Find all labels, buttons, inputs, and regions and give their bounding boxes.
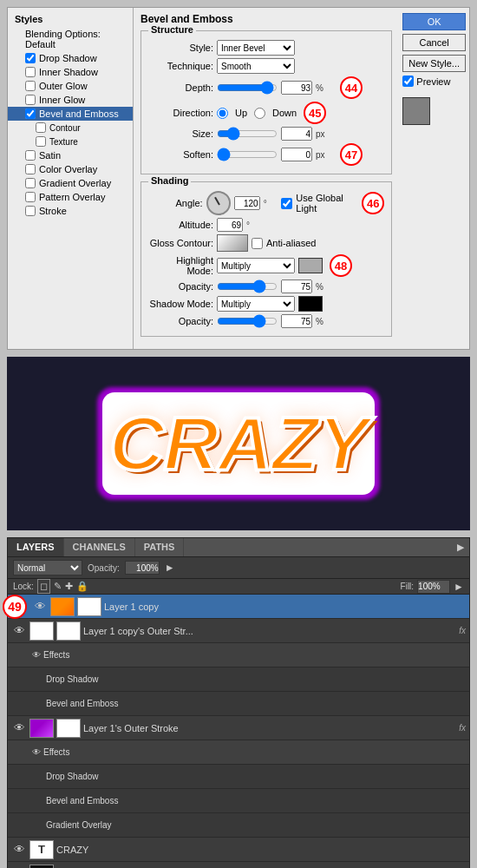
thumb-layer1copy: [50, 597, 75, 616]
soften-input[interactable]: [281, 148, 312, 161]
pattern-overlay-checkbox[interactable]: [25, 192, 36, 202]
shadow-opacity-unit: %: [316, 317, 333, 326]
contour-checkbox[interactable]: [36, 122, 46, 133]
direction-down-radio[interactable]: [254, 108, 265, 119]
anti-alias-checkbox[interactable]: [252, 238, 263, 249]
outer-glow-checkbox[interactable]: [25, 81, 36, 91]
outer-glow-item[interactable]: Outer Glow: [8, 79, 133, 93]
eye-outer-stroke-copy[interactable]: 👁: [11, 624, 27, 637]
preview-label: Preview: [416, 76, 450, 87]
shadow-opacity-input[interactable]: [281, 314, 312, 328]
thumb-outer-stroke-mask: [56, 719, 81, 738]
depth-input[interactable]: [281, 81, 312, 95]
eye-crazy[interactable]: 👁: [11, 843, 27, 856]
eye-layer1copy[interactable]: 👁: [32, 600, 48, 613]
tab-channels[interactable]: CHANNELS: [64, 538, 135, 556]
eye-outer-stroke[interactable]: 👁: [11, 721, 27, 734]
texture-checkbox[interactable]: [36, 136, 46, 147]
inner-shadow-item[interactable]: Inner Shadow: [8, 65, 133, 79]
size-slider[interactable]: [217, 129, 278, 138]
global-light-checkbox[interactable]: [281, 198, 292, 209]
effects-label-2: Effects: [43, 747, 466, 757]
inner-glow-item[interactable]: Inner Glow: [8, 93, 133, 107]
highlight-opacity-input[interactable]: [281, 279, 312, 293]
lock-label: Lock:: [13, 582, 34, 591]
gradient-overlay-item[interactable]: Gradient Overlay: [8, 176, 133, 190]
stroke-checkbox[interactable]: [25, 206, 36, 216]
tab-layers[interactable]: LAYERS: [8, 538, 64, 556]
layer-item-crazy[interactable]: 👁 T CRAZY: [8, 838, 469, 862]
depth-slider[interactable]: [217, 83, 278, 92]
satin-checkbox[interactable]: [25, 150, 36, 161]
shadow-mode-select[interactable]: Multiply: [217, 296, 295, 312]
opacity-arrow[interactable]: ►: [165, 562, 175, 574]
layer-item-outer-stroke[interactable]: 👁 Layer 1's Outer Stroke fx: [8, 716, 469, 740]
soften-slider[interactable]: [217, 150, 278, 159]
shadow-opacity-slider[interactable]: [217, 317, 278, 326]
layer-item-layer1copy[interactable]: 49 👁 Layer 1 copy: [8, 595, 469, 619]
size-input[interactable]: [281, 127, 312, 141]
drop-shadow-checkbox[interactable]: [25, 53, 36, 63]
cancel-button[interactable]: Cancel: [402, 34, 466, 51]
layer-item-outer-stroke-copy[interactable]: 👁 Layer 1 copy's Outer Str... fx: [8, 619, 469, 643]
layers-panel-options[interactable]: ▶: [452, 538, 469, 556]
styles-panel: Styles Blending Options: Default Drop Sh…: [8, 8, 134, 349]
shadow-color-swatch[interactable]: [298, 296, 323, 312]
satin-label: Satin: [39, 150, 61, 161]
drop-shadow-item[interactable]: Drop Shadow: [8, 51, 133, 65]
technique-select[interactable]: Smooth: [217, 58, 295, 74]
tab-paths[interactable]: PATHS: [135, 538, 185, 556]
effects-eye-2[interactable]: 👁: [32, 747, 41, 757]
shading-title: Shading: [148, 175, 191, 186]
fill-arrow[interactable]: ►: [454, 581, 464, 593]
lock-position-icon[interactable]: ✚: [65, 581, 73, 592]
opacity-input[interactable]: [125, 561, 160, 575]
altitude-label: Altitude:: [148, 220, 213, 230]
lock-transparent-icon[interactable]: ◻: [37, 579, 50, 594]
inner-glow-checkbox[interactable]: [25, 95, 36, 105]
contour-item[interactable]: Contour: [8, 121, 133, 135]
technique-row: Technique: Smooth: [148, 58, 384, 74]
bevel-emboss-item[interactable]: Bevel and Emboss: [8, 107, 133, 121]
layer-item-background[interactable]: 👁 Background 🔒: [8, 862, 469, 868]
color-overlay-item[interactable]: Color Overlay: [8, 162, 133, 176]
layer-effects-group2: 👁 Effects: [8, 740, 469, 765]
altitude-input[interactable]: [217, 218, 243, 232]
lock-pixels-icon[interactable]: ✎: [54, 581, 62, 592]
gradient-overlay-checkbox[interactable]: [25, 178, 36, 188]
structure-title: Structure: [148, 24, 196, 35]
angle-input[interactable]: [234, 196, 260, 210]
depth-label: Depth:: [148, 82, 213, 93]
outer-stroke-fx: fx: [459, 723, 466, 733]
gradient-overlay-label: Gradient Overlay: [46, 820, 466, 830]
highlight-mode-label: Highlight Mode:: [148, 255, 213, 276]
blending-options-item[interactable]: Blending Options: Default: [8, 27, 133, 51]
stroke-item[interactable]: Stroke: [8, 204, 133, 218]
satin-item[interactable]: Satin: [8, 148, 133, 162]
bevel-emboss-checkbox[interactable]: [25, 108, 36, 119]
ok-button[interactable]: OK: [402, 13, 466, 30]
layer-drop-shadow-1: Drop Shadow: [8, 667, 469, 692]
preview-checkbox[interactable]: [402, 76, 414, 87]
fill-input[interactable]: [417, 580, 450, 594]
inner-shadow-checkbox[interactable]: [25, 67, 36, 77]
shading-section: Shading Angle: ° Use Global Light 46 Alt…: [140, 181, 392, 337]
color-overlay-checkbox[interactable]: [25, 164, 36, 174]
texture-item[interactable]: Texture: [8, 135, 133, 148]
blend-mode-select[interactable]: Normal: [13, 560, 82, 575]
layer-bevel-emboss-2: Bevel and Emboss: [8, 789, 469, 813]
highlight-mode-select[interactable]: Multiply: [217, 258, 295, 273]
pattern-overlay-item[interactable]: Pattern Overlay: [8, 190, 133, 204]
new-style-button[interactable]: New Style...: [402, 55, 466, 72]
effects-eye-1[interactable]: 👁: [32, 650, 41, 660]
direction-up-radio[interactable]: [217, 108, 228, 119]
lock-all-icon[interactable]: 🔒: [76, 581, 88, 592]
angle-circle[interactable]: [206, 191, 231, 215]
soften-row: Soften: px 47: [148, 143, 384, 166]
highlight-color-swatch[interactable]: [298, 258, 323, 273]
thumb-crazy: T: [29, 840, 54, 859]
style-select[interactable]: Inner Bevel: [217, 40, 295, 56]
highlight-opacity-slider[interactable]: [217, 282, 278, 291]
gloss-contour-thumb[interactable]: [217, 234, 248, 252]
technique-label: Technique:: [148, 61, 213, 71]
